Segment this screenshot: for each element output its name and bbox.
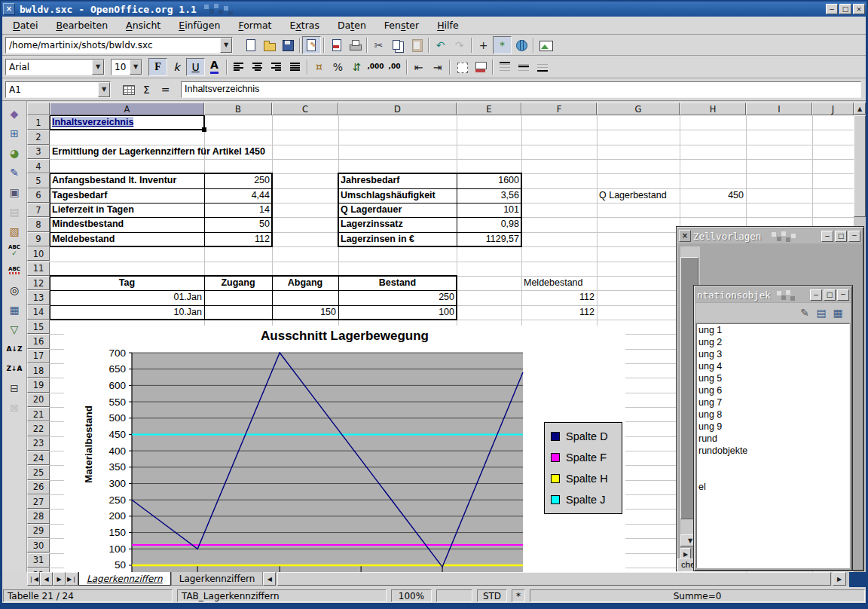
row-header-20[interactable]: 20: [27, 393, 50, 407]
cell-E9[interactable]: 1129,57: [457, 232, 521, 246]
column-header-G[interactable]: G: [597, 103, 680, 115]
row-header-4[interactable]: 4: [27, 159, 50, 173]
sheet-tab-1[interactable]: Lagerkennziffern: [78, 572, 171, 586]
italic-button[interactable]: k: [167, 58, 186, 76]
redo-icon[interactable]: ↷: [450, 36, 469, 54]
select-all-corner[interactable]: [27, 103, 50, 115]
sum-icon[interactable]: Σ: [137, 81, 156, 99]
presentation-styles-titlebar[interactable]: ntationsobjek − □ ─: [695, 287, 851, 302]
background-color-icon[interactable]: [471, 58, 490, 76]
cell-E5[interactable]: 1600: [457, 173, 521, 188]
maximize-button[interactable]: □: [839, 4, 851, 14]
menu-item-hilfe[interactable]: Hilfe: [431, 17, 464, 33]
cell-B6[interactable]: 4,44: [204, 188, 272, 203]
formula-input[interactable]: Inhaltsverzeichnis: [181, 81, 861, 98]
chart-object[interactable]: Ausschnitt LagerbewegungMaterialbestand7…: [64, 326, 625, 572]
row-header-13[interactable]: 13: [27, 290, 50, 304]
font-name-dropdown-icon[interactable]: ▼: [92, 60, 104, 75]
row-header-18[interactable]: 18: [27, 363, 50, 378]
autofilter-icon[interactable]: ▽: [5, 320, 24, 339]
url-value[interactable]: /home/martinix/shots/bwldv.sxc: [6, 40, 220, 50]
hyperlink-bar-icon[interactable]: [512, 36, 530, 54]
horizontal-scroll-thumb[interactable]: [277, 572, 831, 586]
presentation-styles-shade-icon[interactable]: ─: [837, 289, 849, 301]
scroll-up-icon[interactable]: ▲: [854, 103, 866, 115]
cell-A12[interactable]: Tag: [50, 276, 204, 290]
align-left-icon[interactable]: [229, 58, 248, 76]
cell-F13[interactable]: 112: [521, 290, 597, 304]
scroll-right-icon[interactable]: ▶: [833, 572, 846, 586]
find-replace-icon[interactable]: ◎: [5, 280, 24, 300]
underline-button[interactable]: U: [186, 58, 205, 76]
vertical-scroll-thumb[interactable]: [854, 115, 866, 217]
title-bar[interactable]: × bwldv.sxc - OpenOffice.org 1.1 − □ ×: [2, 2, 866, 17]
style-list-item[interactable]: ung 5: [697, 372, 849, 384]
row-header-7[interactable]: 7: [27, 203, 50, 217]
cell-reference-dropdown-icon[interactable]: ▼: [98, 82, 110, 97]
menu-item-einfgen[interactable]: Einfügen: [173, 17, 226, 33]
resize-corner[interactable]: [849, 572, 866, 587]
cell-D7[interactable]: Q Lagerdauer: [338, 203, 457, 217]
increase-indent-icon[interactable]: ⇥: [428, 58, 447, 76]
new-document-icon[interactable]: [240, 36, 259, 54]
row-header-19[interactable]: 19: [27, 378, 50, 392]
add-decimal-icon[interactable]: ,000: [366, 58, 385, 76]
horizontal-scrollbar[interactable]: ▶: [276, 572, 849, 586]
delete-decimal-icon[interactable]: ,00: [385, 58, 404, 76]
cell-D5[interactable]: Jahresbedarf: [338, 173, 457, 188]
undo-icon[interactable]: ↶: [431, 36, 450, 54]
column-header-I[interactable]: I: [746, 103, 812, 115]
borders-icon[interactable]: [452, 58, 471, 76]
number-format-currency-icon[interactable]: ¤: [310, 58, 329, 76]
row-header-9[interactable]: 9: [27, 232, 50, 246]
cell-H6[interactable]: 450: [680, 188, 746, 203]
row-header-15[interactable]: 15: [27, 320, 50, 334]
cell-D14[interactable]: 100: [338, 305, 457, 320]
row-header-31[interactable]: 31: [27, 553, 50, 568]
cell-cursor-handle[interactable]: [202, 127, 206, 132]
minimize-button[interactable]: −: [826, 4, 838, 14]
row-header-21[interactable]: 21: [27, 407, 50, 421]
draw-functions-icon[interactable]: ✎: [5, 163, 24, 182]
print-document-icon[interactable]: [345, 36, 364, 54]
row-header-16[interactable]: 16: [27, 334, 50, 348]
presentation-styles-minimize-icon[interactable]: −: [810, 289, 822, 301]
spellcheck-icon[interactable]: ABC✓: [5, 241, 24, 261]
font-name-combobox[interactable]: Arial ▼: [5, 59, 105, 75]
auto-spellcheck-icon[interactable]: ABC: [5, 261, 24, 280]
url-dropdown-icon[interactable]: ▼: [220, 38, 232, 53]
cell-D13[interactable]: 250: [338, 290, 457, 304]
menu-item-format[interactable]: Format: [232, 17, 277, 33]
cell-reference-box[interactable]: A1 ▼: [5, 81, 111, 98]
next-sheet-icon[interactable]: ▶: [53, 572, 66, 586]
cell-D6[interactable]: Umschlagshäufigkeit: [338, 188, 457, 203]
paste-icon[interactable]: [407, 36, 426, 54]
cell-G6[interactable]: Q Lagerbestand: [597, 188, 680, 203]
sort-ascending-icon[interactable]: A↓Z: [5, 339, 24, 359]
cell-B9[interactable]: 112: [204, 232, 272, 246]
row-header-8[interactable]: 8: [27, 217, 50, 231]
style-list-item[interactable]: ung 1: [697, 324, 849, 336]
status-sum[interactable]: Summe=0: [530, 589, 865, 602]
navigator-icon[interactable]: +: [474, 36, 493, 54]
row-header-25[interactable]: 25: [27, 465, 50, 479]
row-header-22[interactable]: 22: [27, 421, 50, 436]
insert-graphic-icon[interactable]: ▧: [5, 222, 24, 241]
window-border-left[interactable]: [0, 0, 2, 609]
row-header-11[interactable]: 11: [27, 262, 50, 276]
menu-item-ansicht[interactable]: Ansicht: [120, 17, 167, 33]
cell-styles-close-icon[interactable]: ×: [679, 230, 691, 242]
row-header-10[interactable]: 10: [27, 246, 50, 261]
open-document-icon[interactable]: [259, 36, 278, 54]
cell-D9[interactable]: Lagerzinsen in €: [338, 232, 457, 246]
cell-F12[interactable]: Meldebestand: [521, 276, 597, 290]
row-header-28[interactable]: 28: [27, 509, 50, 523]
insert-float-frame-icon[interactable]: ▤: [5, 202, 24, 222]
cell-A9[interactable]: Meldebestand: [50, 232, 204, 246]
status-insert-mode[interactable]: [436, 589, 472, 602]
save-document-icon[interactable]: [278, 36, 297, 54]
font-size-combobox[interactable]: 10 ▼: [111, 59, 142, 75]
previous-sheet-icon[interactable]: ◀: [40, 572, 53, 586]
data-sources-icon[interactable]: ▦: [5, 300, 24, 320]
last-sheet-icon[interactable]: ▶❘: [66, 572, 78, 586]
